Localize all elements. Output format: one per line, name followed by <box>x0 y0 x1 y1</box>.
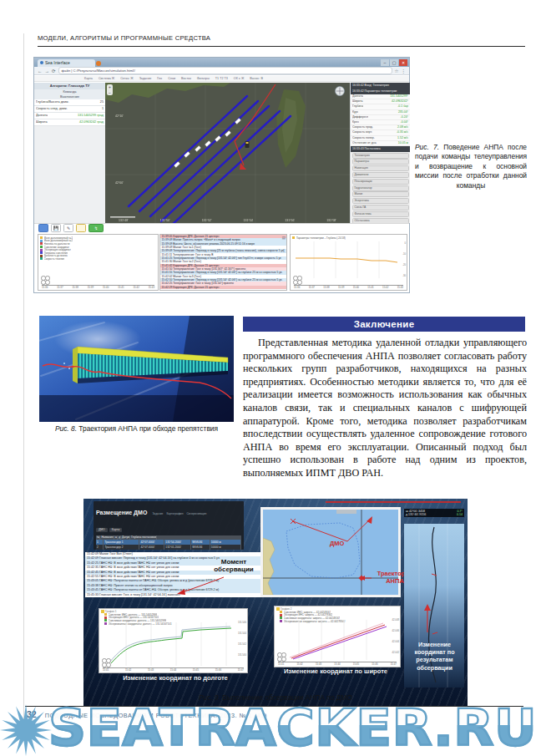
figure-8-label: Рис. 8. <box>55 424 77 433</box>
y-label: -30 <box>402 274 406 277</box>
compass-icon <box>336 87 345 96</box>
map-tool-item: Фильтры <box>197 76 210 81</box>
log-row: 15:45:33 Главная миссия: Гонг, в точку [… <box>85 593 264 597</box>
log-row: 15:42:29 Коррекция ДРК: Данные 21 цистер… <box>160 286 286 289</box>
window-title: Размещение ДМО <box>96 510 147 515</box>
map-scale-bar <box>110 216 135 218</box>
edit-button: ✎ <box>63 224 73 232</box>
browser-titlebar: Sea Interface – ▢ ✕ <box>34 58 409 67</box>
layers-button <box>38 224 48 232</box>
subsystem-button: Фотосистема <box>352 211 409 217</box>
parameter-row: Скорость след. движ. 1 <box>34 106 105 113</box>
tick-label: 15:46 <box>372 662 377 667</box>
y-axis-labels: 0-10-20-30 <box>402 241 406 277</box>
chart-zoom-controls <box>41 276 49 284</box>
telemetry-header: 16:33:43 Постановка <box>351 146 410 152</box>
map-xlabel: 131°50' <box>160 219 170 222</box>
back-icon: ← <box>38 68 43 74</box>
y-axis-labels: 131.546131.544131.542131.540 <box>238 621 246 657</box>
map-xlabel: 131°56' <box>285 219 295 222</box>
figure-8-caption: Рис. 8. Траектория АНПА при обходе препя… <box>39 424 234 434</box>
tick-label: 15:46 <box>215 668 221 672</box>
longitude-chart-panel: График 1 Счисление ИНС: долгота — 131.54… <box>99 608 248 673</box>
x-axis-ticks: 15:4115:4215:4315:4415:4515:4615:47 <box>278 662 397 667</box>
mission-map: +− 42°10' 42°00' 131°48'131°50'131°52'13… <box>105 83 350 223</box>
map-tool-item: Гео <box>157 76 162 81</box>
y-label: 131.540 <box>238 653 246 657</box>
map-ylabel: 42°10' <box>115 114 124 118</box>
auv-icon <box>245 141 250 148</box>
event-log-panel: ▤ 15:39:05 Коррекция ДРК: Данные 21 цист… <box>159 234 287 291</box>
legend-swatch <box>292 236 295 239</box>
zoom-out-icon: − <box>107 90 113 96</box>
chart-zoom-controls <box>277 652 286 661</box>
figure-7-screenshot: Sea Interface – ▢ ✕ ← → ⟳ файл | C:/Резу… <box>33 57 410 293</box>
y-label: 131.544 <box>238 632 246 635</box>
map-tool-item: Т1 Т2 Т3 <box>215 76 228 81</box>
tick-label: 15:37 <box>309 286 315 290</box>
tick-label: 15:41 <box>103 668 109 672</box>
log-list-icon: ▤ <box>282 236 286 240</box>
figure-7-label: Рис. 7. <box>415 143 439 151</box>
y-label: 0 <box>402 241 406 245</box>
bottom-panels: Маяк дальномерный №1 Маяк дальномерный №… <box>34 232 409 292</box>
dmo-label: ДМО <box>330 540 344 547</box>
subsystem-button: Энергетика <box>352 198 409 204</box>
header-rule <box>38 46 525 47</box>
tick-label: 15:43 <box>397 286 403 290</box>
chart-flag-icon <box>276 607 280 611</box>
y-label: 42.048 <box>392 618 399 622</box>
run-button: ↯ <box>88 224 104 232</box>
map-zoom-buttons: +− <box>107 84 113 95</box>
x-axis-ticks: 15:4115:4215:4315:4415:4515:4615:47 <box>103 667 244 672</box>
chart-flag-icon <box>101 610 104 613</box>
map-xlabel: 131°54' <box>243 219 253 222</box>
subsystem-button: Гидролокатор <box>352 185 409 191</box>
subsystem-button: Планировщик <box>352 179 409 185</box>
latitude-chart-panel: График 2 Счисление ИНС: широта — 42.0424… <box>274 606 401 667</box>
tick-label: 15:42 <box>125 668 131 672</box>
minimize-icon: – <box>381 59 389 66</box>
window-controls: – ▢ ✕ <box>381 59 407 66</box>
tick-label: 15:42 <box>296 662 302 667</box>
tick-label: 15:47 <box>238 668 244 672</box>
watermark-text: SEATRACKER.RU <box>48 702 546 755</box>
highlight-button <box>76 224 86 232</box>
x-axis-ticks: 15:3615:3715:3815:3915:4015:4115:4215:43 <box>42 285 154 290</box>
x-axis-ticks: 15:3615:3715:3815:3915:4015:4115:4215:43 <box>294 285 403 290</box>
tick-label: 15:40 <box>353 286 359 290</box>
figure-7-caption: Рис. 7. Поведение АНПА после подачи кома… <box>415 143 527 190</box>
correction-arrow <box>424 604 431 632</box>
trajectory-arrow <box>361 575 372 581</box>
bookmark-star-icon: ☆ <box>395 68 399 74</box>
result-label: Изменение координат по результатам обсер… <box>403 641 466 672</box>
tick-label: 15:42 <box>382 286 388 290</box>
tick-label: 15:36 <box>42 286 48 290</box>
window-tab: Карты <box>109 528 123 532</box>
subsystem-button: Связь ГА <box>352 205 409 211</box>
browser-tab: Sea Interface <box>38 59 95 67</box>
new-tab-dot-icon <box>96 61 101 66</box>
forward-icon: → <box>45 68 50 74</box>
tick-label: 15:42 <box>134 286 139 290</box>
map-xlabels: 131°48'131°50'131°52'131°54'131°56'131°5… <box>105 219 350 222</box>
map-tool-item: ОК ± Ж <box>234 76 245 81</box>
table-row: 2 Транспондер 2 42°07.0000' 132°01.2000'… <box>96 545 241 550</box>
observation-moment-label: Момент обсервации <box>205 558 262 574</box>
tick-label: 15:38 <box>323 286 329 290</box>
legend-swatch <box>40 242 43 245</box>
y-label: 42.046 <box>392 629 399 632</box>
running-head: МОДЕЛИ, АЛГОРИТМЫ И ПРОГРАММНЫЕ СРЕДСТВА <box>38 34 505 42</box>
map-canvas <box>105 83 350 223</box>
map-ylabel: 42°00' <box>115 181 124 185</box>
menu-item: Задание <box>152 512 163 515</box>
longitude-chart-caption: Изменение координат по долготе <box>109 674 242 682</box>
parameter-row: Долгота 131.5405299 град <box>34 113 105 119</box>
reload-icon: ⟳ <box>52 68 56 74</box>
subsystem-button: Навигация <box>352 165 409 171</box>
tick-label: 15:44 <box>334 662 340 667</box>
y-label: -20 <box>402 263 406 266</box>
subsystem-button: Движители <box>352 172 409 178</box>
map-xlabel: 131°58' <box>326 219 336 222</box>
depth-line <box>292 241 401 278</box>
